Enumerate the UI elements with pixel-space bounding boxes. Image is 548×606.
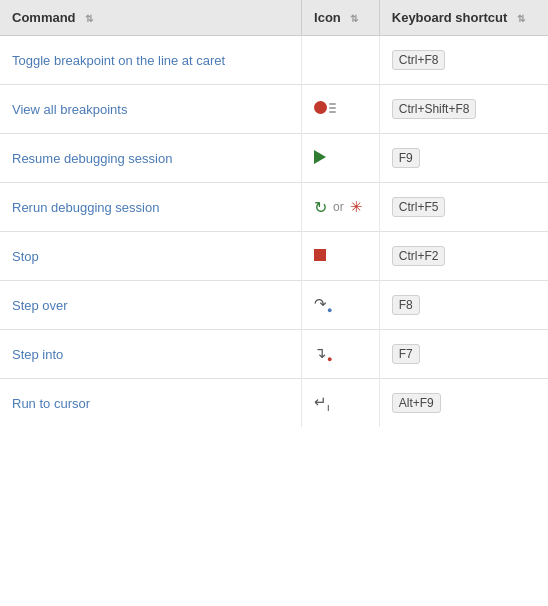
icon-cell [302, 232, 380, 281]
shortcut-badge: Ctrl+F8 [392, 50, 446, 70]
table-row: View all breakpoints Ctrl+Shift+F8 [0, 85, 548, 134]
shortcut-cell: Ctrl+F5 [379, 183, 548, 232]
icon-sort-icon[interactable]: ⇅ [350, 13, 358, 24]
command-link[interactable]: Step over [12, 298, 68, 313]
command-cell: Toggle breakpoint on the line at caret [0, 36, 302, 85]
command-link[interactable]: Resume debugging session [12, 151, 172, 166]
shortcut-badge: Ctrl+Shift+F8 [392, 99, 477, 119]
icon-cell: ↵I [302, 379, 380, 428]
shortcut-cell: Ctrl+F8 [379, 36, 548, 85]
table-row: Toggle breakpoint on the line at caret C… [0, 36, 548, 85]
command-header-label: Command [12, 10, 76, 25]
shortcut-badge: F9 [392, 148, 420, 168]
command-cell: Step over [0, 281, 302, 330]
shortcut-cell: F7 [379, 330, 548, 379]
shortcut-badge: Ctrl+F5 [392, 197, 446, 217]
table-row: Stop Ctrl+F2 [0, 232, 548, 281]
command-sort-icon[interactable]: ⇅ [85, 13, 93, 24]
shortcut-header-label: Keyboard shortcut [392, 10, 508, 25]
shortcut-cell: F9 [379, 134, 548, 183]
shortcut-badge: F8 [392, 295, 420, 315]
shortcut-badge: Alt+F9 [392, 393, 441, 413]
table-row: Step into ↴● F7 [0, 330, 548, 379]
shortcut-badge: F7 [392, 344, 420, 364]
icon-header[interactable]: Icon ⇅ [302, 0, 380, 36]
command-link[interactable]: View all breakpoints [12, 102, 127, 117]
icon-header-label: Icon [314, 10, 341, 25]
stop-icon [314, 249, 326, 261]
icon-cell [302, 134, 380, 183]
runcursor-icon: ↵I [314, 393, 330, 410]
command-cell: Stop [0, 232, 302, 281]
command-cell: Step into [0, 330, 302, 379]
command-link[interactable]: Toggle breakpoint on the line at caret [12, 53, 225, 68]
breakpoints-icon [314, 101, 336, 114]
icon-cell: ↴● [302, 330, 380, 379]
command-link[interactable]: Rerun debugging session [12, 200, 159, 215]
command-cell: View all breakpoints [0, 85, 302, 134]
shortcut-cell: Alt+F9 [379, 379, 548, 428]
command-link[interactable]: Step into [12, 347, 63, 362]
command-cell: Rerun debugging session [0, 183, 302, 232]
shortcut-cell: Ctrl+Shift+F8 [379, 85, 548, 134]
shortcut-cell: Ctrl+F2 [379, 232, 548, 281]
icon-cell [302, 36, 380, 85]
shortcut-header[interactable]: Keyboard shortcut ⇅ [379, 0, 548, 36]
resume-icon [314, 150, 326, 164]
command-link[interactable]: Run to cursor [12, 396, 90, 411]
shortcut-cell: F8 [379, 281, 548, 330]
icon-cell: ↷● [302, 281, 380, 330]
stepover-icon: ↷● [314, 295, 332, 312]
table-row: Run to cursor ↵I Alt+F9 [0, 379, 548, 428]
shortcut-sort-icon[interactable]: ⇅ [517, 13, 525, 24]
icon-cell [302, 85, 380, 134]
command-cell: Run to cursor [0, 379, 302, 428]
command-header[interactable]: Command ⇅ [0, 0, 302, 36]
stepinto-icon: ↴● [314, 344, 332, 361]
shortcuts-table: Command ⇅ Icon ⇅ Keyboard shortcut ⇅ Tog… [0, 0, 548, 427]
table-row: Step over ↷● F8 [0, 281, 548, 330]
table-row: Resume debugging session F9 [0, 134, 548, 183]
table-row: Rerun debugging session ↻ or ✳ Ctrl+F5 [0, 183, 548, 232]
rerun-icon: ↻ or ✳ [314, 198, 367, 217]
shortcut-badge: Ctrl+F2 [392, 246, 446, 266]
command-link[interactable]: Stop [12, 249, 39, 264]
command-cell: Resume debugging session [0, 134, 302, 183]
icon-cell: ↻ or ✳ [302, 183, 380, 232]
